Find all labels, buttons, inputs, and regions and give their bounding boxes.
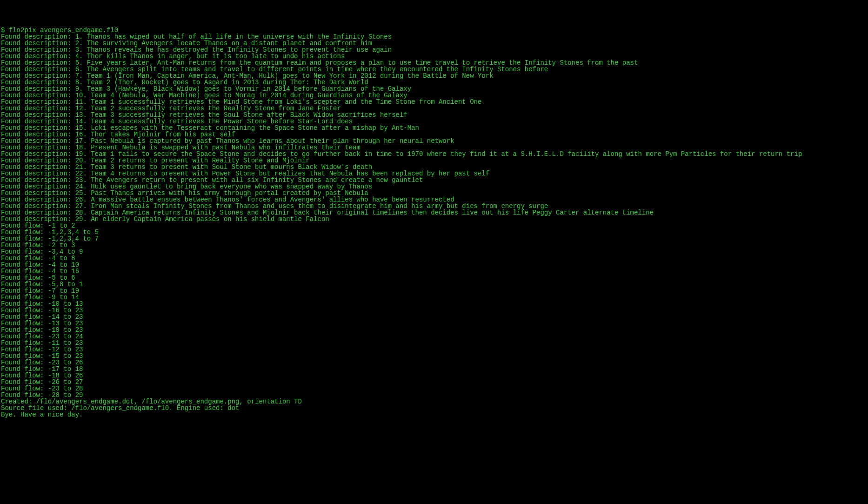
description-line: Found description: 15. Loki escapes with…	[1, 125, 867, 131]
flow-line: Found flow: -1,2,3,4 to 7	[1, 235, 867, 242]
description-line: Found description: 21. Team 3 returns to…	[1, 164, 867, 170]
description-line: Found description: 27. Iron Man steals I…	[1, 203, 867, 209]
flow-line: Found flow: -23 to 28	[1, 385, 867, 392]
description-line: Found description: 20. Team 2 returns to…	[1, 157, 867, 164]
flow-line: Found flow: -4 to 16	[1, 268, 867, 275]
flow-line: Found flow: -1 to 2	[1, 222, 867, 229]
description-line: Found description: 1. Thanos has wiped o…	[1, 34, 867, 40]
description-line: Found description: 11. Team 1 successful…	[1, 99, 867, 105]
flow-line: Found flow: -15 to 23	[1, 353, 867, 359]
flows-block: Found flow: -1 to 2Found flow: -1,2,3,4 …	[1, 222, 867, 398]
description-line: Found description: 29. An elderly Captai…	[1, 216, 867, 222]
flow-line: Found flow: -5 to 6	[1, 275, 867, 281]
flow-line: Found flow: -23 to 26	[1, 359, 867, 366]
description-line: Found description: 7. Team 1 (Iron Man, …	[1, 73, 867, 79]
description-line: Found description: 17. Past Nebula is ca…	[1, 138, 867, 144]
flow-line: Found flow: -11 to 23	[1, 340, 867, 346]
flow-line: Found flow: -23 to 24	[1, 333, 867, 340]
flow-line: Found flow: -19 to 23	[1, 327, 867, 333]
flow-line: Found flow: -3,4 to 9	[1, 249, 867, 255]
description-line: Found description: 5. Five years later, …	[1, 60, 867, 66]
flow-line: Found flow: -5,8 to 1	[1, 281, 867, 288]
description-line: Found description: 8. Team 2 (Thor, Rock…	[1, 79, 867, 86]
description-line: Found description: 25. Past Thanos arriv…	[1, 190, 867, 196]
description-line: Found description: 16. Thor takes Mjolni…	[1, 131, 867, 138]
flow-line: Found flow: -2 to 3	[1, 242, 867, 249]
flow-line: Found flow: -18 to 26	[1, 372, 867, 379]
description-line: Found description: 24. Hulk uses gauntle…	[1, 183, 867, 190]
footer-line: Created: /flo/avengers_endgame.dot, /flo…	[1, 398, 867, 405]
description-line: Found description: 19. Team 1 fails to s…	[1, 151, 867, 157]
flow-line: Found flow: -10 to 13	[1, 301, 867, 307]
description-line: Found description: 4. Thor kills Thanos …	[1, 53, 867, 60]
description-line: Found description: 22. Team 4 returns to…	[1, 170, 867, 177]
description-line: Found description: 28. Captain America r…	[1, 209, 867, 216]
description-line: Found description: 12. Team 2 successful…	[1, 105, 867, 112]
flow-line: Found flow: -9 to 14	[1, 294, 867, 301]
description-line: Found description: 10. Team 4 (Nebula, W…	[1, 92, 867, 99]
description-line: Found description: 23. The Avengers retu…	[1, 177, 867, 183]
flow-line: Found flow: -1,2,3,4 to 5	[1, 229, 867, 235]
flow-line: Found flow: -13 to 23	[1, 320, 867, 327]
flow-line: Found flow: -4 to 8	[1, 255, 867, 262]
flow-line: Found flow: -14 to 23	[1, 314, 867, 320]
flow-line: Found flow: -4 to 10	[1, 262, 867, 268]
footer-block: Created: /flo/avengers_endgame.dot, /flo…	[1, 398, 867, 418]
description-line: Found description: 26. A massive battle …	[1, 196, 867, 203]
flow-line: Found flow: -26 to 27	[1, 379, 867, 385]
flow-line: Found flow: -12 to 23	[1, 346, 867, 353]
flow-line: Found flow: -28 to 29	[1, 392, 867, 398]
flow-line: Found flow: -16 to 23	[1, 307, 867, 314]
terminal-output: $ flo2pix avengers_endgame.fl0 Found des…	[1, 27, 867, 418]
description-line: Found description: 2. The surviving Aven…	[1, 40, 867, 47]
description-line: Found description: 18. Present Nebula is…	[1, 144, 867, 151]
description-line: Found description: 3. Thanos reveals he …	[1, 47, 867, 53]
footer-line: Bye. Have a nice day.	[1, 411, 867, 418]
footer-line: Source file used: /flo/avengers_endgame.…	[1, 405, 867, 411]
flow-line: Found flow: -17 to 18	[1, 366, 867, 372]
flow-line: Found flow: -7 to 19	[1, 288, 867, 294]
description-line: Found description: 14. Team 4 successful…	[1, 118, 867, 125]
description-line: Found description: 6. The Avengers split…	[1, 66, 867, 73]
description-line: Found description: 9. Team 3 (Hawkeye, B…	[1, 86, 867, 92]
descriptions-block: Found description: 1. Thanos has wiped o…	[1, 34, 867, 222]
description-line: Found description: 13. Team 3 successful…	[1, 112, 867, 118]
